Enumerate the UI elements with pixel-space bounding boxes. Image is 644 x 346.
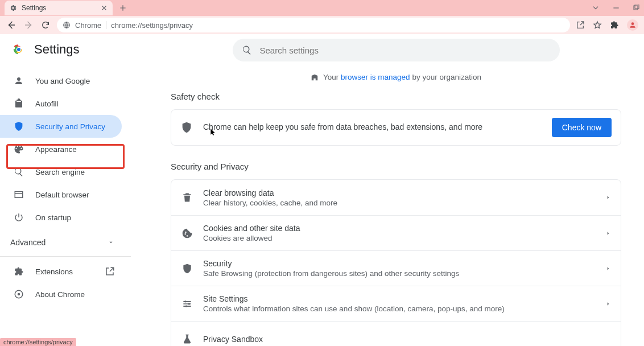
svg-point-10 [185, 305, 187, 307]
star-icon[interactable] [593, 20, 602, 30]
power-icon [14, 212, 24, 223]
avatar[interactable] [627, 19, 638, 31]
flask-icon [181, 333, 193, 345]
plus-icon [119, 4, 127, 12]
sidebar-item-autofill[interactable]: Autofill [0, 92, 122, 115]
tab-title: Settings [22, 4, 46, 12]
svg-point-8 [184, 300, 186, 302]
person-icon [629, 21, 637, 29]
sidebar-item-label: Security and Privacy [35, 122, 105, 131]
window-icon [14, 190, 24, 200]
sidebar-item-label: On startup [35, 213, 71, 222]
gear-icon [9, 4, 17, 12]
safety-check-card: Chrome can help keep you safe from data … [171, 109, 621, 146]
sidebar-item-label: You and Google [35, 77, 90, 85]
safety-check-text: Chrome can help keep you safe from data … [203, 122, 542, 133]
address-chip: Chrome [75, 21, 101, 30]
status-strip: chrome://settings/privacy [0, 338, 76, 346]
svg-rect-1 [635, 5, 639, 9]
close-icon[interactable] [100, 4, 108, 12]
back-button[interactable] [6, 19, 17, 31]
privacy-list: Clear browsing data Clear history, cooki… [171, 179, 621, 346]
puzzle-icon [14, 266, 24, 277]
search-icon [14, 167, 24, 177]
sidebar-item-you-and-google[interactable]: You and Google [0, 69, 122, 92]
open-in-new-icon [105, 266, 115, 277]
svg-point-7 [18, 293, 20, 296]
row-clear-browsing-data[interactable]: Clear browsing data Clear history, cooki… [171, 180, 621, 215]
check-now-button[interactable]: Check now [552, 118, 612, 137]
chrome-icon [13, 43, 25, 56]
search-icon [242, 45, 252, 55]
row-title: Site Settings [203, 294, 596, 303]
minimize-icon[interactable] [612, 4, 620, 12]
sidebar-item-appearance[interactable]: Appearance [0, 138, 122, 160]
caret-down-icon [108, 240, 114, 245]
arrow-left-icon [6, 20, 16, 30]
chevron-right-icon [606, 300, 610, 307]
svg-rect-0 [634, 6, 638, 10]
shield-icon [14, 121, 24, 131]
sidebar-item-default-browser[interactable]: Default browser [0, 183, 122, 206]
section-heading-safety: Safety check [171, 92, 621, 101]
globe-icon [63, 21, 71, 29]
chevron-right-icon [606, 230, 610, 237]
chevron-right-icon [606, 194, 610, 201]
advanced-label: Advanced [10, 238, 46, 247]
new-tab-button[interactable] [116, 1, 130, 15]
puzzle-icon[interactable] [610, 20, 619, 30]
arrow-right-icon [23, 20, 34, 30]
row-sub: Controls what information sites can use … [203, 304, 596, 313]
row-title: Cookies and other site data [203, 224, 596, 233]
trash-icon [181, 192, 193, 203]
sidebar-item-extensions[interactable]: Extensions [0, 260, 122, 283]
row-title: Privacy Sandbox [203, 335, 610, 344]
row-cookies[interactable]: Cookies and other site data Cookies are … [171, 215, 621, 250]
reload-icon [41, 20, 50, 30]
address-url: chrome://settings/privacy [111, 21, 193, 30]
sidebar-item-on-startup[interactable]: On startup [0, 206, 122, 229]
forward-button[interactable] [23, 19, 34, 31]
chrome-small-icon [14, 289, 24, 299]
row-security[interactable]: Security Safe Browsing (protection from … [171, 250, 621, 286]
svg-point-9 [188, 303, 190, 304]
shield-icon [181, 263, 193, 274]
sidebar-item-security-and-privacy[interactable]: Security and Privacy [0, 115, 122, 138]
palette-icon [14, 144, 24, 154]
row-title: Security [203, 259, 596, 268]
row-sub: Safe Browsing (protection from dangerous… [203, 269, 596, 278]
row-site-settings[interactable]: Site Settings Controls what information … [171, 286, 621, 321]
maximize-icon[interactable] [633, 5, 639, 11]
building-icon [311, 73, 319, 81]
section-heading-privacy: Security and Privacy [171, 162, 621, 171]
shield-check-icon [180, 121, 193, 134]
clipboard-icon [14, 98, 24, 109]
search-settings[interactable] [233, 39, 560, 61]
advanced-toggle[interactable]: Advanced [0, 229, 131, 253]
search-input[interactable] [260, 46, 551, 55]
person-icon [14, 76, 24, 86]
sidebar-item-label: Extensions [35, 267, 73, 276]
address-bar[interactable]: Chrome chrome://settings/privacy [57, 18, 570, 32]
managed-notice: Your browser is managed by your organiza… [171, 73, 621, 81]
sidebar-item-about-chrome[interactable]: About Chrome [0, 283, 122, 306]
brand: Settings [0, 42, 131, 57]
page-title: Settings [34, 42, 80, 57]
sidebar-item-label: Default browser [35, 191, 89, 199]
chevron-right-icon [606, 265, 610, 272]
reload-button[interactable] [40, 19, 51, 31]
sidebar-item-search-engine[interactable]: Search engine [0, 160, 122, 183]
share-icon[interactable] [576, 20, 585, 30]
row-sub: Cookies are allowed [203, 234, 596, 242]
chevron-down-icon[interactable] [592, 4, 600, 12]
row-privacy-sandbox[interactable]: Privacy Sandbox [171, 321, 621, 346]
row-title: Clear browsing data [203, 188, 596, 197]
sidebar-item-label: Appearance [35, 145, 77, 154]
managed-link[interactable]: browser is managed [341, 73, 410, 81]
sidebar-item-label: About Chrome [35, 290, 85, 299]
browser-tab[interactable]: Settings [5, 1, 113, 15]
sidebar-item-label: Search engine [35, 168, 85, 176]
sliders-icon [181, 298, 193, 310]
row-sub: Clear history, cookies, cache, and more [203, 199, 596, 207]
sidebar-item-label: Autofill [35, 100, 59, 108]
